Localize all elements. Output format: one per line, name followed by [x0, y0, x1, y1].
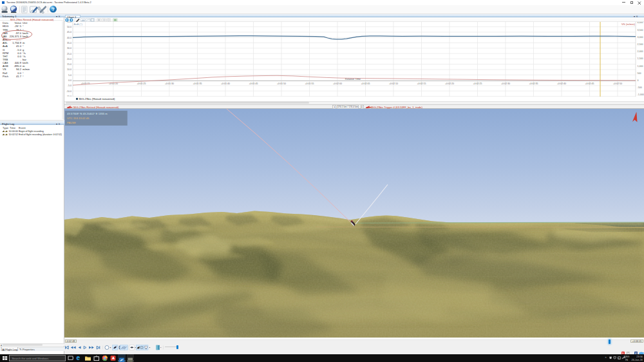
svg-text:0: 0 [638, 79, 639, 82]
svg-text:-15.0: -15.0 [66, 95, 71, 97]
svg-text:-1,000: -1,000 [638, 93, 644, 96]
svg-text:+0:01:45: +0:01:45 [249, 82, 258, 85]
svg-text:40.0: 40.0 [67, 37, 71, 39]
svg-text:0.0: 0.0 [68, 79, 71, 82]
svg-text:-500: -500 [638, 86, 642, 89]
svg-text:AoA (°): AoA (°) [74, 23, 83, 26]
svg-text:20.0: 20.0 [67, 58, 71, 61]
svg-text:3,000: 3,000 [638, 36, 643, 39]
svg-text:+0:02:35: +0:02:35 [529, 82, 538, 85]
svg-text:+0:02:40: +0:02:40 [557, 82, 566, 85]
svg-text:?: ? [52, 6, 55, 12]
svg-text:35.0: 35.0 [67, 42, 71, 44]
svg-text:+0:02:15: +0:02:15 [417, 82, 426, 85]
svg-text:UTC 153.13.02.46: UTC 153.13.02.46 [67, 117, 90, 120]
svg-text:e: e [76, 354, 80, 361]
svg-text:+0:02:20: +0:02:20 [445, 82, 454, 85]
svg-text:+0:01:40: +0:01:40 [221, 82, 230, 85]
svg-text:50.0: 50.0 [67, 26, 71, 28]
svg-text:1,000: 1,000 [638, 65, 643, 68]
svg-text:15.0: 15.0 [67, 63, 71, 66]
svg-text:1,500: 1,500 [638, 57, 643, 60]
svg-text:-5.0: -5.0 [68, 84, 71, 87]
svg-text:+0:02:45: +0:02:45 [585, 82, 594, 85]
svg-text:10.0: 10.0 [67, 68, 71, 71]
svg-text:5.0: 5.0 [68, 74, 71, 77]
svg-text:+0:01:55: +0:01:55 [305, 82, 314, 85]
svg-text:2,000: 2,000 [638, 50, 643, 53]
svg-text:-10.0: -10.0 [66, 90, 71, 93]
svg-text:2,500: 2,500 [638, 43, 643, 46]
svg-text:+0:01:35: +0:01:35 [193, 82, 202, 85]
svg-text:+0:02:10: +0:02:10 [389, 82, 398, 85]
svg-text:500: 500 [638, 72, 641, 75]
svg-text:+0:02:00: +0:02:00 [333, 82, 342, 85]
svg-text:+0:01:25: +0:01:25 [137, 82, 146, 85]
svg-text:30.0: 30.0 [67, 47, 71, 50]
svg-text:55.0: 55.0 [67, 22, 71, 23]
svg-text:3,500: 3,500 [638, 29, 643, 32]
svg-text:43.57308° N 43.20402° E 135: 43.57308° N 43.20402° E 1355 m [67, 112, 108, 115]
svg-text:PAUSE: PAUSE [67, 121, 76, 124]
svg-text:45.0: 45.0 [67, 31, 71, 33]
svg-text:+0:01:30: +0:01:30 [165, 82, 174, 85]
svg-text:VS (m/min): VS (m/min) [621, 23, 636, 26]
svg-text:+0:02:25: +0:02:25 [473, 82, 482, 85]
svg-text:+0:01:50: +0:01:50 [277, 82, 286, 85]
svg-text:+0:02:50: +0:02:50 [613, 82, 622, 85]
svg-text:25.0: 25.0 [67, 53, 71, 55]
svg-text:4,000: 4,000 [638, 22, 643, 24]
svg-text:+0:02:05: +0:02:05 [361, 82, 370, 85]
svg-text:+0:02:30: +0:02:30 [501, 82, 510, 85]
